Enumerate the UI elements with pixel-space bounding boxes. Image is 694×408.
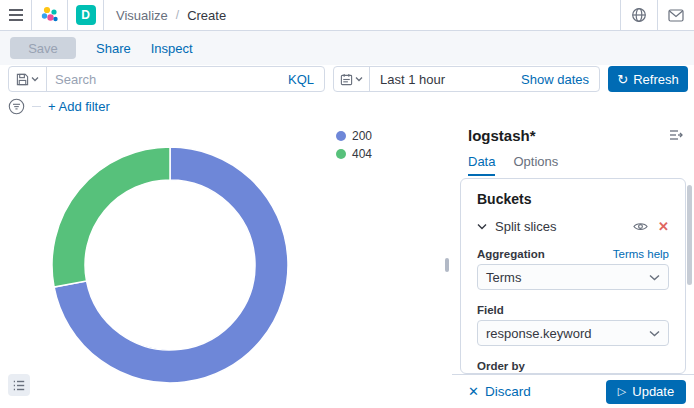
chevron-down-icon bbox=[649, 274, 660, 281]
buckets-card: Buckets Split slices ✕ Aggregation Terms… bbox=[460, 178, 686, 374]
notifications-button[interactable] bbox=[657, 0, 694, 30]
list-icon bbox=[13, 380, 25, 391]
breadcrumb-current: Create bbox=[187, 8, 226, 23]
save-query-icon bbox=[16, 73, 29, 86]
eye-icon[interactable] bbox=[633, 221, 648, 232]
envelope-icon bbox=[668, 9, 684, 22]
hamburger-icon bbox=[8, 8, 24, 22]
update-label: Update bbox=[632, 384, 674, 399]
aggregation-value: Terms bbox=[486, 270, 521, 285]
donut-chart bbox=[50, 145, 290, 385]
play-icon: ▷ bbox=[618, 386, 626, 397]
globe-icon bbox=[631, 7, 647, 23]
share-button[interactable]: Share bbox=[96, 41, 131, 56]
legend-item-200[interactable]: 200 bbox=[336, 129, 372, 143]
time-range-value[interactable]: Last 1 hour bbox=[370, 72, 445, 87]
top-header-bar: D Visualize / Create bbox=[0, 0, 694, 31]
filter-dash bbox=[32, 106, 41, 107]
aggregation-label: Aggregation bbox=[477, 248, 545, 260]
refresh-label: Refresh bbox=[633, 72, 679, 87]
elastic-logo-button[interactable] bbox=[32, 0, 68, 30]
update-button[interactable]: ▷ Update bbox=[606, 380, 686, 404]
collapse-panel-button[interactable] bbox=[666, 125, 686, 145]
chart-legend: 200 404 bbox=[336, 129, 372, 161]
filter-icon[interactable] bbox=[8, 98, 25, 115]
query-bar: KQL bbox=[8, 66, 325, 92]
discard-label: Discard bbox=[485, 384, 531, 399]
panel-resize-handle[interactable] bbox=[445, 258, 449, 272]
saved-query-menu-button[interactable] bbox=[9, 67, 47, 91]
space-badge[interactable]: D bbox=[76, 5, 96, 25]
visualize-toolbar: Save Share Inspect bbox=[0, 31, 694, 65]
refresh-icon: ↻ bbox=[617, 73, 628, 86]
space-selector[interactable]: D bbox=[68, 0, 104, 30]
index-pattern-title: logstash* bbox=[468, 127, 536, 144]
field-label: Field bbox=[477, 304, 504, 316]
query-language-button[interactable]: KQL bbox=[288, 72, 324, 87]
help-button[interactable] bbox=[620, 0, 657, 30]
field-select[interactable]: response.keyword bbox=[477, 320, 669, 346]
chevron-down-icon bbox=[649, 330, 660, 337]
aggregation-select[interactable]: Terms bbox=[477, 264, 669, 290]
search-input[interactable] bbox=[47, 72, 288, 87]
date-quick-menu-button[interactable] bbox=[334, 67, 370, 91]
legend-toggle-button[interactable] bbox=[8, 374, 30, 396]
buckets-title: Buckets bbox=[477, 191, 669, 207]
show-dates-button[interactable]: Show dates bbox=[521, 72, 599, 87]
editor-tabs: Data Options bbox=[468, 154, 558, 176]
remove-bucket-icon[interactable]: ✕ bbox=[658, 220, 669, 233]
terms-help-link[interactable]: Terms help bbox=[613, 248, 669, 260]
legend-label: 404 bbox=[352, 147, 372, 161]
menu-right-icon bbox=[669, 129, 683, 141]
breadcrumb: Visualize / Create bbox=[116, 8, 226, 23]
split-slices-label: Split slices bbox=[495, 219, 633, 234]
split-slices-accordion[interactable]: Split slices ✕ bbox=[477, 219, 669, 234]
legend-label: 200 bbox=[352, 129, 372, 143]
breadcrumb-separator: / bbox=[176, 8, 179, 22]
order-by-label: Order by bbox=[477, 360, 525, 372]
legend-dot bbox=[336, 131, 346, 141]
editor-scrollbar-thumb[interactable] bbox=[687, 185, 692, 285]
editor-footer: ✕ Discard ▷ Update bbox=[452, 374, 694, 408]
add-filter-button[interactable]: + Add filter bbox=[48, 99, 110, 114]
breadcrumb-section[interactable]: Visualize bbox=[116, 8, 168, 23]
discard-button[interactable]: ✕ Discard bbox=[468, 384, 531, 399]
tab-data[interactable]: Data bbox=[468, 154, 495, 176]
chevron-down-icon bbox=[31, 76, 39, 82]
chevron-down-icon bbox=[355, 76, 363, 82]
date-picker: Last 1 hour Show dates bbox=[333, 66, 600, 92]
save-button[interactable]: Save bbox=[10, 37, 76, 59]
menu-button[interactable] bbox=[0, 0, 32, 30]
calendar-icon bbox=[340, 73, 353, 86]
legend-item-404[interactable]: 404 bbox=[336, 147, 372, 161]
chevron-down-icon bbox=[477, 223, 487, 230]
inspect-button[interactable]: Inspect bbox=[151, 41, 193, 56]
kibana-visualize-app: D Visualize / Create Save Share Inspec bbox=[0, 0, 694, 408]
close-icon: ✕ bbox=[468, 385, 479, 398]
vis-editor-panel: logstash* Data Options Buckets Split sli… bbox=[452, 118, 694, 408]
legend-dot bbox=[336, 149, 346, 159]
tab-options[interactable]: Options bbox=[513, 154, 558, 176]
refresh-button[interactable]: ↻ Refresh bbox=[608, 66, 688, 92]
header-actions bbox=[620, 0, 694, 30]
field-value: response.keyword bbox=[486, 326, 592, 341]
filter-bar: + Add filter bbox=[8, 97, 110, 115]
elastic-logo-icon bbox=[40, 5, 60, 25]
pie-slice-404[interactable] bbox=[52, 147, 170, 287]
